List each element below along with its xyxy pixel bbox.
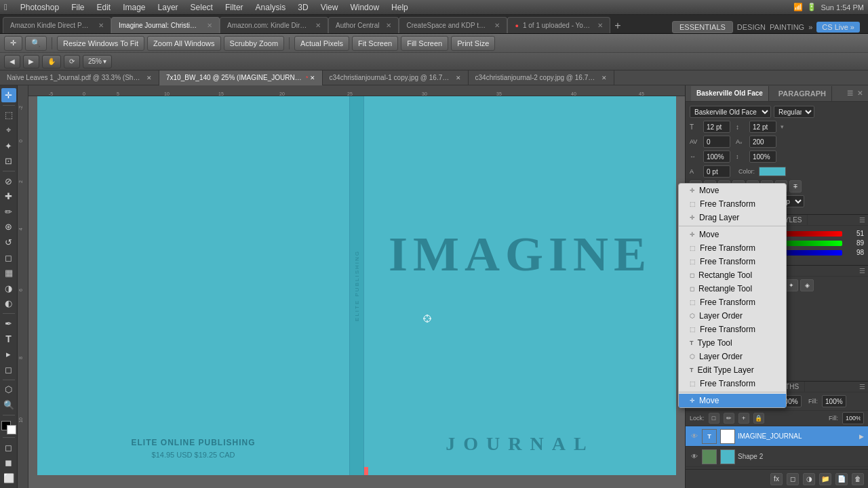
ctx-rectangle-tool-2[interactable]: ◻ Rectangle Tool bbox=[679, 282, 786, 296]
add-mask-btn[interactable]: ◻ bbox=[787, 473, 799, 485]
ctx-type-tool[interactable]: T Type Tool bbox=[679, 336, 786, 350]
foreground-background-color[interactable] bbox=[1, 421, 16, 435]
lock-all-btn[interactable]: 🔒 bbox=[753, 413, 764, 424]
browser-tab-6[interactable]: ● 1 of 1 uploaded - YouTube ✕ bbox=[507, 17, 610, 33]
tab-close-icon[interactable]: ✕ bbox=[207, 22, 212, 29]
tab-close-icon[interactable]: ✕ bbox=[315, 22, 321, 29]
browser-tab-2[interactable]: Imagine Journal: Christian Jo... ✕ bbox=[111, 17, 220, 33]
adj-icon-8[interactable]: ◈ bbox=[800, 279, 814, 291]
doc-tab-4[interactable]: c34christianjournal-2 copy.jpg @ 16.7% (… bbox=[469, 70, 614, 85]
lock-transparent-btn[interactable]: □ bbox=[709, 413, 719, 424]
zoom-all-windows-btn[interactable]: Zoom All Windows bbox=[147, 36, 220, 51]
tab-close-icon[interactable]: ✕ bbox=[386, 22, 391, 29]
ctx-move-1[interactable]: ✛ Move bbox=[679, 184, 786, 197]
layer-item-shape2[interactable]: 👁 Shape 2 bbox=[686, 447, 868, 467]
adj-icon-7[interactable]: ✦ bbox=[785, 279, 798, 291]
menu-photoshop[interactable]: Photoshop bbox=[17, 3, 62, 12]
move-tool[interactable]: ✛ bbox=[1, 88, 16, 102]
font-style-select[interactable]: Regular bbox=[774, 106, 814, 118]
menu-layer[interactable]: Layer bbox=[155, 3, 182, 12]
painting-button[interactable]: PAINTING bbox=[770, 23, 804, 31]
paragraph-tab[interactable]: PARAGRAPH bbox=[773, 86, 832, 101]
hand-icon[interactable]: ✋ bbox=[42, 55, 61, 68]
rotate-icon[interactable]: ⟳ bbox=[64, 55, 80, 68]
ctx-edit-type[interactable]: T Edit Type Layer bbox=[679, 363, 786, 377]
menu-window[interactable]: Window bbox=[347, 3, 382, 12]
ctx-free-transform-6[interactable]: ⬚ Free Transform bbox=[679, 377, 786, 390]
path-select-tool[interactable]: ▸ bbox=[1, 347, 16, 361]
lock-position-btn[interactable]: + bbox=[738, 413, 749, 424]
background-color[interactable] bbox=[7, 425, 16, 434]
prev-arrow[interactable]: ◀ bbox=[4, 55, 20, 68]
layers-panel-menu[interactable]: ☰ bbox=[856, 382, 868, 392]
standard-mode[interactable]: ◻ bbox=[1, 441, 16, 455]
ctx-layer-order-2[interactable]: ⬡ Layer Order bbox=[679, 350, 786, 363]
doc-tab-1[interactable]: Naive Leaves 1_Journal.pdf @ 33.3% (Shap… bbox=[0, 70, 159, 85]
more-workspaces[interactable]: » bbox=[808, 23, 812, 31]
actual-pixels-btn[interactable]: Actual Pixels bbox=[294, 36, 349, 51]
browser-tab-5[interactable]: CreateSpace and KDP to Beco... ✕ bbox=[399, 17, 507, 33]
browser-tab-3[interactable]: Amazon.com: Kindle Direct Pu... ✕ bbox=[220, 17, 328, 33]
menu-3d[interactable]: 3D bbox=[294, 3, 311, 12]
lasso-tool[interactable]: ⌖ bbox=[1, 123, 16, 138]
apple-logo[interactable]:  bbox=[4, 2, 7, 12]
screen-mode[interactable]: ⬜ bbox=[1, 471, 16, 485]
tab-close-icon[interactable]: ✕ bbox=[494, 22, 500, 29]
ctx-free-transform-4[interactable]: ⬚ Free Transform bbox=[679, 296, 786, 309]
ctx-free-transform-1[interactable]: ⬚ Free Transform bbox=[679, 197, 786, 211]
resize-windows-btn[interactable]: Resize Windows To Fit bbox=[57, 36, 144, 51]
panel-close-icon[interactable]: ✕ bbox=[857, 89, 863, 97]
eyedropper-tool[interactable]: ⊘ bbox=[1, 174, 16, 188]
menu-edit[interactable]: Edit bbox=[93, 3, 114, 12]
new-layer-btn[interactable]: 📄 bbox=[835, 473, 848, 485]
marquee-tool[interactable]: ⬚ bbox=[1, 108, 16, 123]
menu-view[interactable]: View bbox=[317, 3, 342, 12]
layer-visibility-icon[interactable]: 👁 bbox=[690, 453, 699, 460]
menu-filter[interactable]: Filter bbox=[222, 3, 247, 12]
dodge-tool[interactable]: ◐ bbox=[1, 297, 16, 311]
quick-select-tool[interactable]: ✦ bbox=[1, 139, 16, 153]
cs-live-button[interactable]: CS Live » bbox=[816, 22, 860, 33]
ctx-rectangle-tool-1[interactable]: ◻ Rectangle Tool bbox=[679, 268, 786, 282]
brush-tool[interactable]: ✏ bbox=[1, 205, 16, 219]
essentials-button[interactable]: ESSENTIALS bbox=[672, 21, 733, 33]
zoom-dropdown[interactable]: 25% ▾ bbox=[83, 55, 112, 68]
font-size-input[interactable] bbox=[703, 121, 730, 133]
ctx-free-transform-2[interactable]: ⬚ Free Transform bbox=[679, 241, 786, 255]
menu-help[interactable]: Help bbox=[388, 3, 412, 12]
delete-layer-btn[interactable]: 🗑 bbox=[852, 473, 864, 485]
crop-tool[interactable]: ⊡ bbox=[1, 154, 16, 168]
baseline-input[interactable] bbox=[703, 165, 730, 178]
menu-file[interactable]: File bbox=[68, 3, 87, 12]
font-family-select[interactable]: Baskerville Old Face bbox=[690, 106, 771, 118]
quick-mask[interactable]: ◼ bbox=[1, 456, 16, 470]
zoom-tool[interactable]: 🔍 bbox=[1, 398, 16, 412]
pen-tool[interactable]: ✒ bbox=[1, 317, 16, 331]
shape-tool[interactable]: ◻ bbox=[1, 363, 16, 377]
canvas-area[interactable]: -5 0 5 10 15 20 25 30 35 40 45 -2 0 2 4 bbox=[18, 85, 685, 488]
strikethrough-btn[interactable]: T bbox=[789, 180, 802, 192]
ctx-drag-layer[interactable]: ✛ Drag Layer bbox=[679, 211, 786, 224]
doc-tab-3[interactable]: c34christianjournal-1 copy.jpg @ 16.7% (… bbox=[323, 70, 469, 85]
design-button[interactable]: DESIGN bbox=[737, 23, 766, 31]
spot-heal-tool[interactable]: ✚ bbox=[1, 189, 16, 203]
new-group-btn[interactable]: 📁 bbox=[819, 473, 831, 485]
new-tab-button[interactable]: + bbox=[610, 18, 625, 33]
tab-close-icon[interactable]: ✕ bbox=[597, 22, 603, 29]
color-swatch[interactable] bbox=[759, 167, 786, 176]
next-arrow[interactable]: ▶ bbox=[23, 55, 39, 68]
panel-menu-icon[interactable]: ☰ bbox=[847, 89, 853, 97]
clone-stamp-tool[interactable]: ⊛ bbox=[1, 220, 16, 235]
ctx-free-transform-5[interactable]: ⬚ Free Transform bbox=[679, 323, 786, 336]
gradient-tool[interactable]: ▦ bbox=[1, 266, 16, 280]
tab-close-icon[interactable]: ✕ bbox=[98, 22, 104, 29]
fill-input-2[interactable] bbox=[842, 412, 864, 424]
fill-input[interactable] bbox=[822, 395, 846, 407]
layer-expand-icon[interactable]: ▶ bbox=[859, 433, 864, 440]
ctx-layer-order-1[interactable]: ⬡ Layer Order bbox=[679, 309, 786, 323]
scale-v-input[interactable] bbox=[749, 150, 776, 163]
history-brush-tool[interactable]: ↺ bbox=[1, 235, 16, 249]
lock-pixels-btn[interactable]: ✏ bbox=[724, 413, 734, 424]
fit-screen-btn[interactable]: Fit Screen bbox=[352, 36, 398, 51]
leading-input[interactable] bbox=[749, 121, 776, 133]
